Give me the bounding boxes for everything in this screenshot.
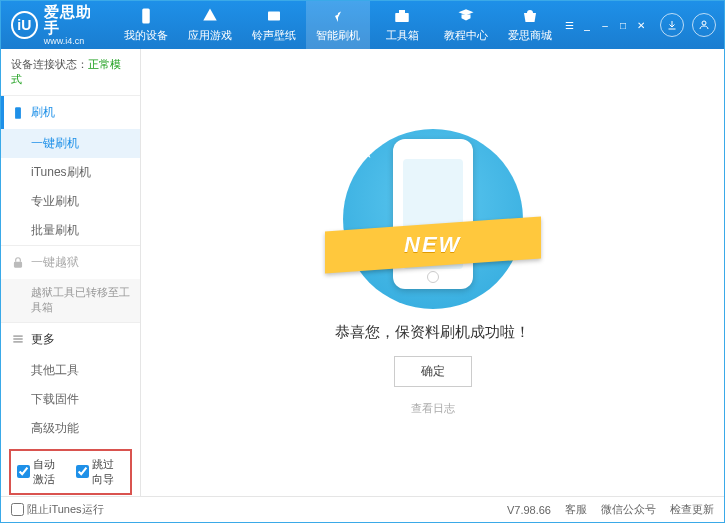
checkbox-auto-activate[interactable]: 自动激活: [17, 457, 66, 487]
new-ribbon: NEW: [325, 216, 541, 273]
app-title: 爱思助手: [44, 4, 104, 37]
user-button[interactable]: [692, 13, 716, 37]
svg-rect-0: [142, 9, 150, 24]
app-url: www.i4.cn: [44, 37, 104, 47]
checkbox-block-itunes[interactable]: 阻止iTunes运行: [11, 502, 104, 517]
view-log-link[interactable]: 查看日志: [411, 401, 455, 416]
svg-rect-6: [14, 261, 22, 267]
sidebar-head-flash[interactable]: 刷机: [1, 96, 140, 129]
svg-rect-3: [399, 10, 405, 13]
success-illustration: NEW: [343, 129, 523, 309]
svg-rect-2: [395, 13, 409, 22]
nav-store[interactable]: 爱思商城: [498, 1, 562, 49]
options-box: 自动激活 跳过向导: [9, 449, 132, 495]
nav-ringtone-wallpaper[interactable]: 铃声壁纸: [242, 1, 306, 49]
ok-button[interactable]: 确定: [394, 356, 472, 387]
top-nav: 我的设备 应用游戏 铃声壁纸 智能刷机 工具箱 教程中心 爱思商城: [114, 1, 562, 49]
titlebar: iU 爱思助手 www.i4.cn 我的设备 应用游戏 铃声壁纸 智能刷机 工具…: [1, 1, 724, 49]
logo-icon: iU: [11, 11, 38, 39]
jailbreak-note: 越狱工具已转移至工具箱: [1, 279, 140, 322]
check-update-link[interactable]: 检查更新: [670, 502, 714, 517]
device-status: 设备连接状态：正常模式: [1, 49, 140, 95]
sidebar-head-jailbreak[interactable]: 一键越狱: [1, 246, 140, 279]
close-icon[interactable]: ✕: [634, 18, 648, 32]
sidebar-item-oneclick-flash[interactable]: 一键刷机: [1, 129, 140, 158]
svg-point-4: [702, 21, 706, 25]
sidebar-item-download-firmware[interactable]: 下载固件: [1, 385, 140, 414]
sidebar-item-batch-flash[interactable]: 批量刷机: [1, 216, 140, 245]
sidebar-head-more[interactable]: 更多: [1, 323, 140, 356]
nav-apps-games[interactable]: 应用游戏: [178, 1, 242, 49]
nav-toolbox[interactable]: 工具箱: [370, 1, 434, 49]
download-button[interactable]: [660, 13, 684, 37]
app-logo: iU 爱思助手 www.i4.cn: [11, 4, 104, 47]
nav-smart-flash[interactable]: 智能刷机: [306, 1, 370, 49]
main-content: NEW 恭喜您，保资料刷机成功啦！ 确定 查看日志: [141, 49, 724, 496]
maximize-icon[interactable]: □: [616, 18, 630, 32]
pin-icon[interactable]: ⎯: [580, 18, 594, 32]
sidebar: 设备连接状态：正常模式 刷机 一键刷机 iTunes刷机 专业刷机 批量刷机 一…: [1, 49, 141, 496]
success-message: 恭喜您，保资料刷机成功啦！: [335, 323, 530, 342]
sidebar-item-advanced[interactable]: 高级功能: [1, 414, 140, 443]
nav-tutorials[interactable]: 教程中心: [434, 1, 498, 49]
sidebar-item-pro-flash[interactable]: 专业刷机: [1, 187, 140, 216]
checkbox-skip-setup[interactable]: 跳过向导: [76, 457, 125, 487]
svg-rect-5: [15, 107, 21, 119]
version-label: V7.98.66: [507, 504, 551, 516]
nav-my-device[interactable]: 我的设备: [114, 1, 178, 49]
footer: 阻止iTunes运行 V7.98.66 客服 微信公众号 检查更新: [1, 496, 724, 522]
menu-icon[interactable]: ☰: [562, 18, 576, 32]
minimize-icon[interactable]: –: [598, 18, 612, 32]
sidebar-item-itunes-flash[interactable]: iTunes刷机: [1, 158, 140, 187]
svg-rect-1: [268, 12, 280, 21]
wechat-link[interactable]: 微信公众号: [601, 502, 656, 517]
customer-service-link[interactable]: 客服: [565, 502, 587, 517]
sidebar-item-other-tools[interactable]: 其他工具: [1, 356, 140, 385]
window-controls: ☰ ⎯ – □ ✕: [562, 18, 648, 32]
